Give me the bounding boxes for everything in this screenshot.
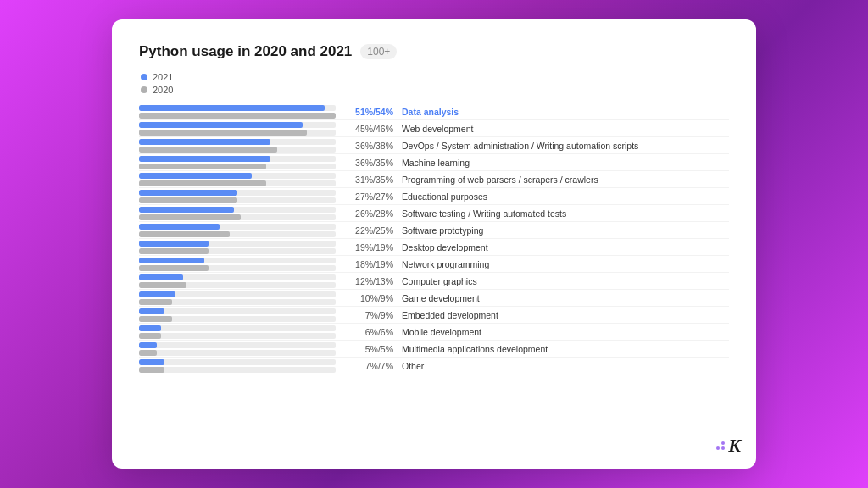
table-row: 7%/7%Other bbox=[139, 358, 729, 374]
row-label: Machine learning bbox=[402, 158, 729, 168]
pct-label: 51%/54% bbox=[342, 107, 402, 117]
legend-dot-2020 bbox=[141, 86, 147, 93]
legend-2021: 2021 bbox=[141, 72, 729, 82]
table-row: 7%/9%Embedded development bbox=[139, 307, 729, 324]
table-row: 6%/6%Mobile development bbox=[139, 324, 729, 341]
bars-col bbox=[139, 224, 342, 237]
bars-col bbox=[139, 122, 342, 136]
row-label: Educational purposes bbox=[402, 191, 729, 202]
row-label: Embedded development bbox=[402, 310, 729, 320]
row-label: Software testing / Writing automated tes… bbox=[402, 208, 729, 219]
pct-label: 6%/6% bbox=[342, 327, 402, 337]
row-label: Data analysis bbox=[402, 107, 729, 117]
row-label: Software prototyping bbox=[402, 225, 729, 236]
legend-2020: 2020 bbox=[141, 85, 729, 95]
pct-label: 10%/9% bbox=[342, 293, 402, 303]
chart-title: Python usage in 2020 and 2021 bbox=[139, 43, 352, 60]
pct-label: 31%/35% bbox=[342, 175, 402, 185]
table-row: 26%/28%Software testing / Writing automa… bbox=[139, 205, 729, 222]
legend-label-2020: 2020 bbox=[153, 85, 173, 95]
row-label: Programming of web parsers / scrapers / … bbox=[402, 175, 729, 185]
dot4 bbox=[721, 446, 725, 450]
bars-col bbox=[139, 325, 342, 339]
table-row: 51%/54%Data analysis bbox=[139, 103, 729, 120]
dot2 bbox=[721, 441, 725, 445]
bars-col bbox=[139, 342, 342, 356]
table-row: 5%/5%Multimedia applications development bbox=[139, 341, 729, 358]
row-label: Desktop development bbox=[402, 242, 729, 252]
respondent-badge: 100+ bbox=[360, 44, 397, 59]
pct-label: 27%/27% bbox=[342, 191, 402, 202]
bars-col bbox=[139, 308, 342, 322]
legend: 2021 2020 bbox=[141, 72, 729, 95]
legend-label-2021: 2021 bbox=[153, 72, 173, 82]
row-label: Computer graphics bbox=[402, 276, 729, 286]
table-row: 12%/13%Computer graphics bbox=[139, 273, 729, 290]
bars-col bbox=[139, 291, 342, 305]
table-row: 45%/46%Web development bbox=[139, 120, 729, 137]
bars-col bbox=[139, 274, 342, 288]
bars-col bbox=[139, 241, 342, 254]
table-row: 31%/35%Programming of web parsers / scra… bbox=[139, 171, 729, 188]
row-label: DevOps / System administration / Writing… bbox=[402, 141, 729, 151]
table-row: 36%/35%Machine learning bbox=[139, 154, 729, 171]
pct-label: 36%/38% bbox=[342, 141, 402, 151]
table-row: 36%/38%DevOps / System administration / … bbox=[139, 137, 729, 154]
bars-col bbox=[139, 139, 342, 152]
pct-label: 18%/19% bbox=[342, 259, 402, 269]
row-label: Other bbox=[402, 361, 729, 371]
table-row: 18%/19%Network programming bbox=[139, 256, 729, 273]
row-label: Network programming bbox=[402, 259, 729, 269]
pct-label: 45%/46% bbox=[342, 124, 402, 134]
table-row: 22%/25%Software prototyping bbox=[139, 222, 729, 239]
card-header: Python usage in 2020 and 2021 100+ bbox=[139, 43, 729, 60]
bars-col bbox=[139, 207, 342, 220]
dot3 bbox=[716, 446, 720, 450]
brand-letter: K bbox=[728, 435, 741, 457]
bars-col bbox=[139, 105, 342, 119]
pct-label: 7%/7% bbox=[342, 361, 402, 371]
chart-card: Python usage in 2020 and 2021 100+ 2021 … bbox=[112, 19, 756, 469]
table-row: 27%/27%Educational purposes bbox=[139, 188, 729, 205]
legend-dot-2021 bbox=[141, 74, 147, 80]
pct-label: 7%/9% bbox=[342, 310, 402, 320]
brand-logo: K bbox=[716, 435, 741, 457]
pct-label: 19%/19% bbox=[342, 242, 402, 252]
bars-col bbox=[139, 190, 342, 203]
bars-col bbox=[139, 359, 342, 373]
row-label: Web development bbox=[402, 124, 729, 134]
chart-area: 51%/54%Data analysis45%/46%Web developme… bbox=[139, 103, 729, 374]
row-label: Multimedia applications development bbox=[402, 344, 729, 354]
pct-label: 5%/5% bbox=[342, 344, 402, 354]
brand-dots bbox=[716, 441, 725, 450]
row-label: Game development bbox=[402, 293, 729, 303]
bars-col bbox=[139, 258, 342, 271]
pct-label: 26%/28% bbox=[342, 208, 402, 219]
bars-col bbox=[139, 156, 342, 169]
table-row: 19%/19%Desktop development bbox=[139, 239, 729, 256]
pct-label: 12%/13% bbox=[342, 276, 402, 286]
pct-label: 36%/35% bbox=[342, 158, 402, 168]
pct-label: 22%/25% bbox=[342, 225, 402, 236]
bars-col bbox=[139, 173, 342, 186]
table-row: 10%/9%Game development bbox=[139, 290, 729, 307]
row-label: Mobile development bbox=[402, 327, 729, 337]
